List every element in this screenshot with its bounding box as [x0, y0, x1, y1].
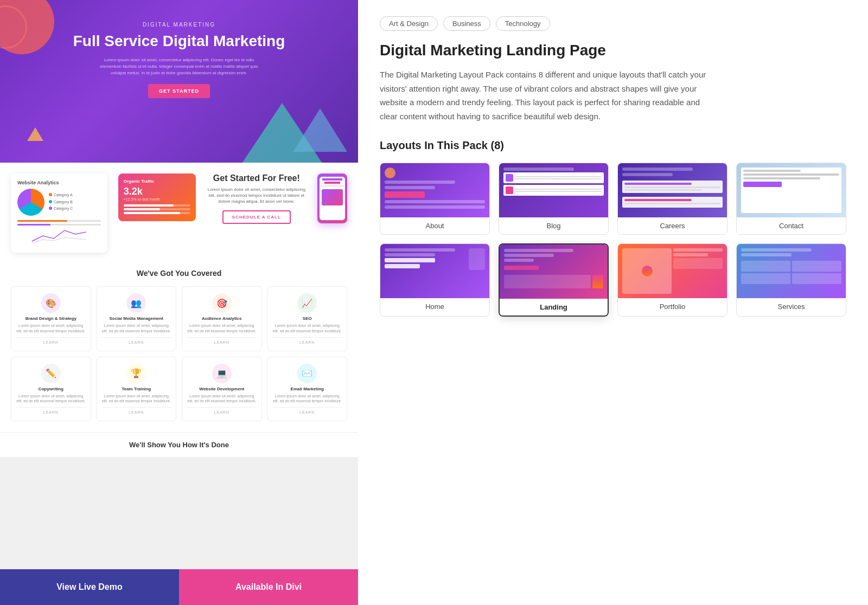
- service-icon: 🎨: [41, 293, 61, 313]
- service-item-brand-design-&-strategy: 🎨 Brand Design & Strategy Lorem ipsum do…: [11, 286, 91, 351]
- service-desc: Lorem ipsum dolor sit amet, adipiscing e…: [101, 394, 172, 404]
- layout-label: Blog: [499, 217, 608, 234]
- hero-teal-triangle2: [293, 108, 347, 152]
- service-item-seo: 📈 SEO Lorem ipsum dolor sit amet, adipis…: [267, 286, 348, 351]
- service-item-social-media-management: 👥 Social Media Management Lorem ipsum do…: [97, 286, 177, 351]
- phone-screen: [320, 177, 345, 220]
- cta-side-button[interactable]: SCHEDULE A CALL: [222, 210, 291, 224]
- service-desc: Lorem ipsum dolor sit amet, adipiscing e…: [16, 323, 86, 334]
- services-title: We've Got You Covered: [11, 269, 347, 278]
- preview-hero: DIGITAL MARKETING Full Service Digital M…: [0, 0, 358, 163]
- service-icon: ✏️: [41, 364, 61, 383]
- service-item-email-marketing: ✉️ Email Marketing Lorem ipsum dolor sit…: [267, 357, 348, 422]
- thumb-contact: [737, 163, 846, 217]
- service-desc: Lorem ipsum dolor sit amet, adipiscing e…: [101, 323, 172, 334]
- service-learn[interactable]: LEARN: [187, 407, 257, 414]
- layout-thumbnail: [737, 163, 846, 217]
- layout-label: Landing: [500, 299, 608, 316]
- service-desc: Lorem ipsum dolor sit amet, adipiscing e…: [16, 394, 86, 404]
- layout-card-about[interactable]: About: [380, 163, 490, 235]
- service-learn[interactable]: LEARN: [16, 407, 86, 414]
- cta-side-title: Get Started For Free!: [207, 173, 307, 183]
- layout-thumbnail: [737, 244, 846, 298]
- service-learn[interactable]: LEARN: [101, 337, 172, 344]
- service-item-audience-analytics: 🎯 Audience Analytics Lorem ipsum dolor s…: [182, 286, 262, 351]
- service-icon: ✉️: [297, 364, 317, 383]
- layout-thumbnail: [499, 163, 608, 217]
- right-panel: Art & DesignBusinessTechnology Digital M…: [358, 0, 868, 605]
- service-learn[interactable]: LEARN: [16, 337, 86, 344]
- layout-label: Home: [380, 298, 489, 315]
- page-title: Digital Marketing Landing Page: [380, 42, 846, 59]
- analytics-card: Website Analytics Category A Category B …: [11, 173, 107, 253]
- layout-card-home[interactable]: Home: [380, 243, 490, 317]
- layout-card-blog[interactable]: Blog: [499, 163, 609, 235]
- layout-card-landing[interactable]: Landing: [499, 243, 609, 317]
- tag-art-design[interactable]: Art & Design: [380, 16, 438, 31]
- traffic-number: 3.2k: [124, 186, 190, 197]
- phone-mockup: [317, 173, 347, 223]
- tag-technology[interactable]: Technology: [496, 16, 550, 31]
- tags-row: Art & DesignBusinessTechnology: [380, 16, 846, 31]
- layouts-grid: About Blog Careers: [380, 163, 846, 317]
- layout-card-portfolio[interactable]: Portfolio: [617, 243, 727, 317]
- hero-subtitle: DIGITAL MARKETING: [16, 22, 342, 28]
- service-name: SEO: [272, 316, 343, 321]
- page-description: The Digital Marketing Layout Pack contai…: [380, 68, 716, 123]
- service-name: Email Marketing: [272, 387, 343, 391]
- traffic-sub: +12.5% vs last month: [124, 197, 190, 201]
- service-item-team-training: 🏆 Team Training Lorem ipsum dolor sit am…: [97, 357, 177, 422]
- layout-label: Services: [737, 298, 846, 315]
- service-name: Website Development: [187, 387, 257, 391]
- service-learn[interactable]: LEARN: [272, 407, 343, 414]
- service-desc: Lorem ipsum dolor sit amet, adipiscing e…: [272, 394, 343, 404]
- service-icon: 🏆: [126, 364, 146, 383]
- chart-area: Category A Category B Category C: [17, 189, 101, 216]
- thumb-about: [380, 163, 489, 217]
- view-live-demo-button[interactable]: View Live Demo: [0, 569, 179, 605]
- preview-how: We'll Show You How It's Done: [0, 432, 358, 457]
- layout-label: Contact: [737, 217, 846, 234]
- traffic-card: Organic Traffic 3.2k +12.5% vs last mont…: [118, 173, 196, 221]
- left-panel: DIGITAL MARKETING Full Service Digital M…: [0, 0, 358, 605]
- service-name: Brand Design & Strategy: [16, 316, 86, 321]
- cta-side-card: Get Started For Free! Lorem ipsum dolor …: [207, 173, 307, 224]
- service-icon: 📈: [297, 293, 317, 313]
- hero-triangle-decoration: [27, 127, 43, 141]
- thumb-blog: [499, 163, 608, 217]
- hero-title: Full Service Digital Marketing: [16, 32, 342, 50]
- cta-side-text: Lorem ipsum dolor sit amet, consectetur …: [207, 186, 307, 205]
- preview-services: We've Got You Covered 🎨 Brand Design & S…: [0, 258, 358, 432]
- pie-chart: [17, 189, 44, 216]
- layout-thumbnail: [500, 244, 608, 299]
- service-learn[interactable]: LEARN: [187, 337, 257, 344]
- layout-thumbnail: [380, 163, 489, 217]
- service-item-website-development: 💻 Website Development Lorem ipsum dolor …: [182, 357, 262, 422]
- how-title: We'll Show You How It's Done: [11, 441, 347, 449]
- traffic-label: Organic Traffic: [124, 179, 190, 184]
- layout-thumbnail: [618, 163, 727, 217]
- service-icon: 🎯: [212, 293, 232, 313]
- layout-label: Careers: [618, 217, 727, 234]
- service-name: Audience Analytics: [187, 316, 257, 321]
- layout-card-careers[interactable]: Careers: [617, 163, 727, 235]
- hero-body: Lorem ipsum dolor sit amet, consectetur …: [98, 57, 260, 76]
- service-name: Team Training: [101, 387, 172, 391]
- services-grid-row2: ✏️ Copywriting Lorem ipsum dolor sit ame…: [11, 357, 347, 422]
- service-learn[interactable]: LEARN: [272, 337, 343, 344]
- thumb-careers: [618, 163, 727, 217]
- layouts-title: Layouts In This Pack (8): [380, 139, 846, 152]
- chart-legend: Category A Category B Category C: [49, 192, 73, 213]
- mini-bars: [17, 220, 101, 226]
- service-icon: 💻: [212, 364, 232, 383]
- layout-card-services[interactable]: Services: [736, 243, 846, 317]
- service-item-copywriting: ✏️ Copywriting Lorem ipsum dolor sit ame…: [11, 357, 91, 422]
- hero-cta-button[interactable]: GET STARTED: [148, 84, 210, 98]
- available-in-divi-button[interactable]: Available In Divi: [179, 569, 358, 605]
- preview-area: DIGITAL MARKETING Full Service Digital M…: [0, 0, 358, 569]
- tag-business[interactable]: Business: [443, 16, 490, 31]
- layout-thumbnail: [380, 244, 489, 298]
- layout-card-contact[interactable]: Contact: [736, 163, 846, 235]
- service-learn[interactable]: LEARN: [101, 407, 172, 414]
- bottom-buttons: View Live Demo Available In Divi: [0, 569, 358, 605]
